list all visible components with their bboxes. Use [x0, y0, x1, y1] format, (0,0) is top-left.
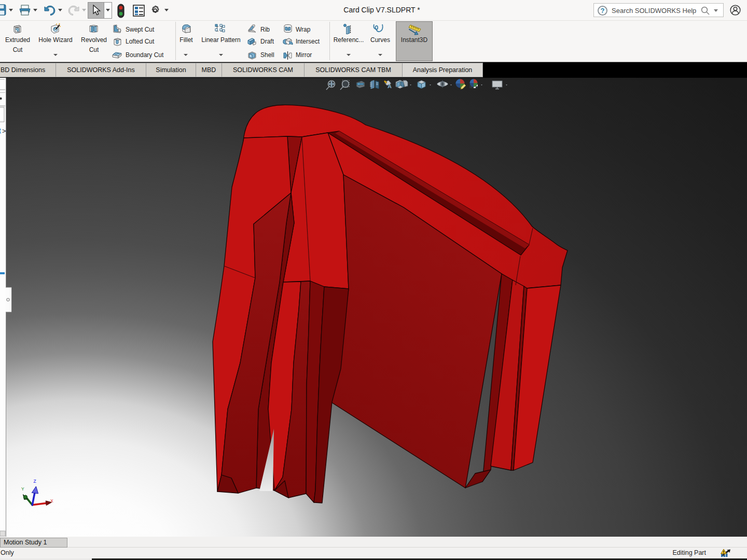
svg-text:Z: Z	[34, 479, 36, 484]
svg-text:Y: Y	[21, 486, 24, 492]
svg-text:>: >	[2, 127, 6, 135]
svg-text:t: t	[0, 127, 1, 135]
svg-text:X: X	[50, 498, 53, 503]
svg-text:A: A	[388, 83, 392, 89]
